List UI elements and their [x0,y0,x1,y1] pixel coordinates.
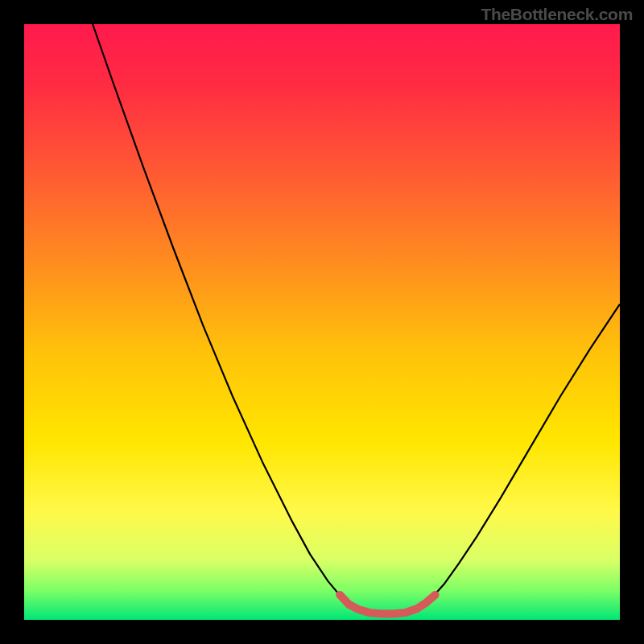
chart-container: TheBottleneck.com [0,0,644,644]
watermark-text: TheBottleneck.com [481,5,633,24]
bottleneck-chart [0,0,644,644]
plot-background [24,24,620,620]
